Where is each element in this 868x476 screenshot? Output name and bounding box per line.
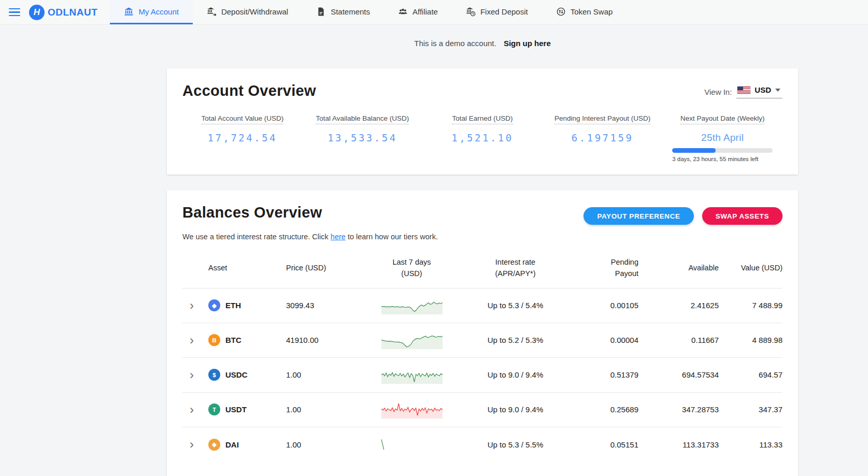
balances-table: Asset Price (USD) Last 7 days(USD) Inter… [182,253,782,461]
asset-interest-rate: Up to 5.2 / 5.3% [465,323,566,357]
usdt-coin-icon: T [208,403,220,415]
asset-row-eth[interactable]: › ◆ ETH 3099.43 Up to 5.3 / 5.4% 0.00105… [182,288,782,323]
account-stat: Total Account Value (USD) 17,724.54 [182,113,303,162]
expand-row-chevron-icon[interactable]: › [182,368,194,382]
account-overview-title: Account Overview [182,82,316,99]
nav-tab-label: Token Swap [571,7,613,16]
account-stat: Total Earned (USD) 1,521.10 [422,113,543,162]
col-header-value: Value (USD) [719,253,782,288]
stat-value: 13,533.54 [303,132,423,143]
asset-name: ETH [225,301,241,310]
account-stat: Next Payout Date (Weekly) 25th April 3 d… [662,113,782,162]
stat-label: Total Available Balance (USD) [316,114,409,124]
price-sparkline-chart [380,330,444,350]
col-header-asset: Asset [208,253,286,288]
nav-tab-label: Statements [331,7,370,16]
nav-tab-fixed-deposit[interactable]: Fixed Deposit [452,0,542,24]
asset-available: 694.57534 [638,357,719,392]
currency-select[interactable]: USD [736,85,782,98]
asset-available: 347.28753 [638,392,719,427]
nav-tab-token-swap[interactable]: Token Swap [542,0,627,24]
nav-tab-label: My Account [138,7,179,16]
expand-row-chevron-icon[interactable]: › [182,298,194,312]
asset-value: 4 889.98 [719,323,782,357]
account-stat: Total Available Balance (USD) 13,533.54 [303,113,423,162]
asset-price: 1.00 [286,392,359,427]
asset-interest-rate: Up to 5.3 / 5.4% [465,288,566,323]
tiers-subtitle-suffix: to learn how our tiers work. [346,233,438,241]
col-header-price: Price (USD) [286,253,359,288]
asset-available: 113.31733 [638,427,719,461]
usdc-coin-icon: $ [208,369,220,381]
asset-pending-payout: 0.51379 [566,357,638,392]
tiers-here-link[interactable]: here [331,233,346,241]
stat-label: Next Payout Date (Weekly) [680,114,765,124]
asset-row-usdt[interactable]: › T USDT 1.00 Up to 9.0 / 9.4% 0.25689 3… [182,392,782,427]
asset-value: 694.57 [719,357,782,392]
balances-overview-title: Balances Overview [182,204,322,221]
dai-coin-icon: ◆ [208,439,220,451]
col-header-available: Available [638,253,719,288]
nav-tab-label: Fixed Deposit [480,7,528,16]
price-sparkline-chart [380,435,444,454]
hamburger-menu-icon[interactable] [0,0,29,24]
col-header-last7days: Last 7 days(USD) [359,253,465,288]
asset-pending-payout: 0.05151 [566,427,638,461]
demo-banner-text: This is a demo account. [414,39,496,48]
asset-price: 1.00 [286,357,359,392]
view-in-label: View In: [704,88,732,96]
currency-code: USD [755,85,771,94]
col-header-interest-rate: Interest rate(APR/APY*) [465,253,566,288]
payout-progress-fill [672,148,715,153]
tiers-subtitle-prefix: We use a tiered interest rate structure.… [182,233,331,241]
hodlnaut-logo-text: ODLNAUT [48,7,97,18]
asset-row-btc[interactable]: › B BTC 41910.00 Up to 5.2 / 5.3% 0.0000… [182,323,782,357]
asset-pending-payout: 0.00105 [566,288,638,323]
price-sparkline-chart [380,296,444,315]
bank-clock-icon [466,7,476,17]
swap-assets-button[interactable]: SWAP ASSETS [702,207,782,225]
asset-price: 3099.43 [286,288,359,323]
account-stat: Pending Interest Payout (USD) 6.197159 [543,113,663,162]
asset-pending-payout: 0.00004 [566,323,638,357]
asset-price: 41910.00 [286,323,359,357]
bank-icon [124,7,134,17]
payout-progress-bar [672,148,773,153]
expand-row-chevron-icon[interactable]: › [182,402,194,416]
hodlnaut-logo[interactable]: H ODLNAUT [29,0,97,24]
asset-available: 2.41625 [638,288,719,323]
stat-value: 25th April [662,132,782,143]
sign-up-link[interactable]: Sign up here [504,39,551,48]
balances-table-header-row: Asset Price (USD) Last 7 days(USD) Inter… [182,253,782,288]
account-overview-card: Account Overview View In: USD Total Acco… [167,68,798,175]
asset-row-dai[interactable]: › ◆ DAI 1.00 Up to 5.3 / 5.5% 0.05151 11… [182,427,782,461]
asset-interest-rate: Up to 5.3 / 5.5% [465,427,566,461]
asset-interest-rate: Up to 9.0 / 9.4% [465,392,566,427]
asset-available: 0.11667 [638,323,719,357]
stat-value: 6.197159 [543,132,663,143]
asset-price: 1.00 [286,427,359,461]
stat-label: Pending Interest Payout (USD) [554,114,650,124]
asset-value: 347.37 [719,392,782,427]
doc-icon [316,7,326,17]
swap-icon [556,7,566,17]
stat-value: 17,724.54 [182,132,303,143]
asset-name: BTC [225,336,241,344]
expand-row-chevron-icon[interactable]: › [182,437,194,451]
eth-coin-icon: ◆ [208,299,220,311]
nav-tab-statements[interactable]: Statements [302,0,384,24]
demo-banner: This is a demo account. Sign up here [167,39,798,48]
nav-tab-deposit-withdrawal[interactable]: Deposit/Withdrawal [193,0,302,24]
payout-preference-button[interactable]: PAYOUT PREFERENCE [584,207,693,225]
asset-name: USDT [225,405,247,414]
tiers-subtitle: We use a tiered interest rate structure.… [182,233,782,241]
asset-interest-rate: Up to 9.0 / 9.4% [465,357,566,392]
bank-out-icon [207,7,217,17]
balances-table-body: › ◆ ETH 3099.43 Up to 5.3 / 5.4% 0.00105… [182,288,782,461]
asset-row-usdc[interactable]: › $ USDC 1.00 Up to 9.0 / 9.4% 0.51379 6… [182,357,782,392]
asset-name: DAI [225,440,239,449]
nav-tab-affiliate[interactable]: Affiliate [384,0,452,24]
stat-label: Total Account Value (USD) [201,114,283,124]
expand-row-chevron-icon[interactable]: › [182,333,194,347]
nav-tab-my-account[interactable]: My Account [110,0,193,24]
